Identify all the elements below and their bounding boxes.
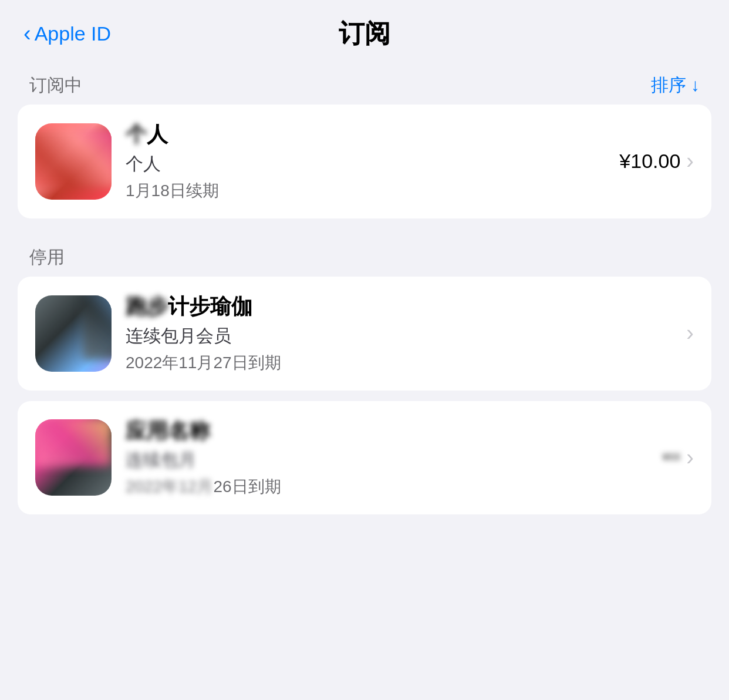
nav-bar: ‹ Apple ID 订阅 <box>0 0 729 63</box>
chevron-right-icon-1: › <box>686 149 694 174</box>
subscription-price-row-1: ¥10.00 › <box>619 149 694 174</box>
disabled-label: 停用 <box>29 247 65 267</box>
subscription-renewal-1: 1月18日续期 <box>126 180 605 202</box>
app-icon-1 <box>35 123 112 200</box>
subscription-info-3: 应用名称 连续包月 2022年12月26日到期 <box>126 418 649 499</box>
subscription-row-2[interactable]: 跑步计步瑜伽 连续包月会员 2022年11月27日到期 › <box>18 277 711 391</box>
name-blur-2: 跑步 <box>126 293 168 321</box>
disabled-subscription-card-2: 应用名称 连续包月 2022年12月26日到期 ¥XX › <box>18 401 711 515</box>
active-subscription-card: 个人 个人 1月18日续期 ¥10.00 › <box>18 105 711 218</box>
name-visible-2: 计步瑜伽 <box>168 294 252 318</box>
sort-button[interactable]: 排序 ↓ <box>651 73 700 97</box>
expiry-visible-3: 26日到期 <box>213 477 281 496</box>
plan-blur-3: 连续包月 <box>126 448 196 472</box>
back-label: Apple ID <box>35 22 111 45</box>
expiry-blur-3: 2022年12月 <box>126 476 213 498</box>
subscription-expiry-3: 2022年12月26日到期 <box>126 476 649 498</box>
subscription-row-1[interactable]: 个人 个人 1月18日续期 ¥10.00 › <box>18 105 711 218</box>
subscription-name-3: 应用名称 <box>126 418 649 445</box>
app-icon-3 <box>35 419 112 496</box>
back-button[interactable]: ‹ Apple ID <box>23 22 111 45</box>
plan-text-2: 连续包月会员 <box>126 326 231 345</box>
subscription-info-1: 个人 个人 1月18日续期 <box>126 121 605 202</box>
name-blur-3: 应用名称 <box>126 418 210 445</box>
disabled-subscription-card-1: 跑步计步瑜伽 连续包月会员 2022年11月27日到期 › <box>18 277 711 391</box>
subscription-price-1: ¥10.00 <box>619 150 680 173</box>
subscription-plan-2: 连续包月会员 <box>126 324 672 348</box>
name-blur-1: 个 <box>126 121 147 149</box>
active-section-label: 订阅中 <box>29 73 82 97</box>
subscription-name-1: 个人 <box>126 121 605 149</box>
subscription-expiry-2: 2022年11月27日到期 <box>126 352 672 374</box>
subscription-row-3[interactable]: 应用名称 连续包月 2022年12月26日到期 ¥XX › <box>18 401 711 515</box>
chevron-right-icon-3: › <box>686 445 694 470</box>
name-visible-1: 人 <box>147 122 168 146</box>
chevron-right-icon-2: › <box>686 321 694 346</box>
chevron-left-icon: ‹ <box>23 22 31 45</box>
active-section-header: 订阅中 排序 ↓ <box>0 63 729 105</box>
disabled-section-header: 停用 <box>0 229 729 277</box>
subscription-plan-1: 个人 <box>126 152 605 176</box>
app-icon-2 <box>35 295 112 372</box>
page-title: 订阅 <box>339 16 390 51</box>
subscription-price-row-2: › <box>686 321 694 346</box>
subscription-info-2: 跑步计步瑜伽 连续包月会员 2022年11月27日到期 <box>126 293 672 374</box>
price-blur-3: ¥XX <box>663 452 680 463</box>
subscription-plan-3: 连续包月 <box>126 448 649 472</box>
subscription-name-2: 跑步计步瑜伽 <box>126 293 672 321</box>
subscription-price-row-3: ¥XX › <box>663 445 694 470</box>
